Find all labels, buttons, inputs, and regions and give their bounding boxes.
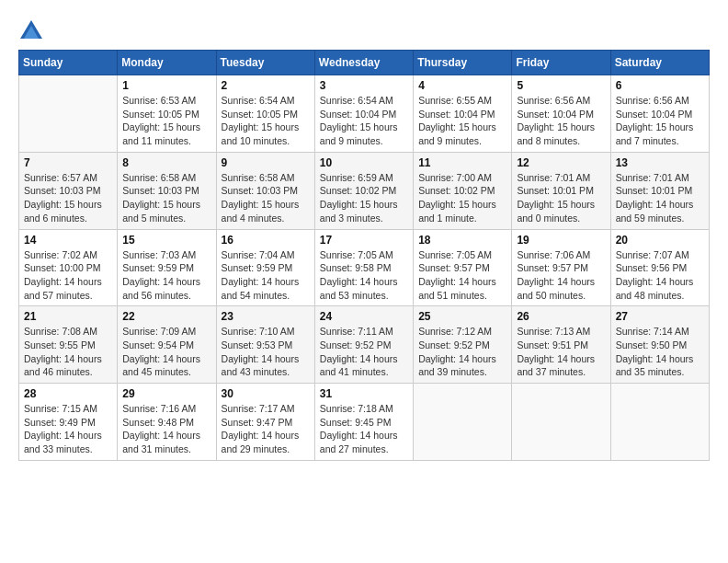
day-number: 14: [24, 234, 112, 247]
day-info: Sunrise: 7:05 AM Sunset: 9:57 PM Dayligh…: [418, 248, 506, 303]
day-info: Sunrise: 7:16 AM Sunset: 9:48 PM Dayligh…: [122, 402, 210, 456]
day-info: Sunrise: 6:55 AM Sunset: 10:04 PM Daylig…: [418, 94, 506, 148]
day-info: Sunrise: 7:07 AM Sunset: 9:56 PM Dayligh…: [616, 248, 704, 303]
day-info: Sunrise: 7:06 AM Sunset: 9:57 PM Dayligh…: [517, 248, 605, 303]
calendar-week-row: 21Sunrise: 7:08 AM Sunset: 9:55 PM Dayli…: [19, 306, 710, 384]
calendar-week-row: 1Sunrise: 6:53 AM Sunset: 10:05 PM Dayli…: [19, 75, 710, 153]
day-info: Sunrise: 6:59 AM Sunset: 10:02 PM Daylig…: [320, 171, 408, 225]
calendar-cell: 4Sunrise: 6:55 AM Sunset: 10:04 PM Dayli…: [414, 75, 512, 153]
day-info: Sunrise: 7:05 AM Sunset: 9:58 PM Dayligh…: [320, 248, 408, 303]
weekday-header: Friday: [512, 51, 610, 75]
day-number: 18: [418, 234, 506, 247]
day-number: 23: [222, 310, 310, 323]
day-info: Sunrise: 7:01 AM Sunset: 10:01 PM Daylig…: [517, 171, 605, 225]
day-info: Sunrise: 6:58 AM Sunset: 10:03 PM Daylig…: [222, 171, 310, 225]
day-info: Sunrise: 7:01 AM Sunset: 10:01 PM Daylig…: [616, 171, 704, 225]
calendar-cell: 22Sunrise: 7:09 AM Sunset: 9:54 PM Dayli…: [118, 306, 216, 384]
weekday-header: Sunday: [19, 51, 118, 75]
day-info: Sunrise: 7:02 AM Sunset: 10:00 PM Daylig…: [24, 248, 112, 303]
calendar-cell: 11Sunrise: 7:00 AM Sunset: 10:02 PM Dayl…: [414, 152, 512, 229]
calendar-cell: 17Sunrise: 7:05 AM Sunset: 9:58 PM Dayli…: [314, 229, 413, 306]
weekday-header: Tuesday: [216, 51, 314, 75]
day-info: Sunrise: 6:54 AM Sunset: 10:05 PM Daylig…: [222, 94, 310, 148]
day-info: Sunrise: 7:00 AM Sunset: 10:02 PM Daylig…: [418, 171, 506, 225]
calendar-cell: 31Sunrise: 7:18 AM Sunset: 9:45 PM Dayli…: [314, 384, 413, 461]
calendar-cell: 13Sunrise: 7:01 AM Sunset: 10:01 PM Dayl…: [610, 152, 709, 229]
calendar-cell: 6Sunrise: 6:56 AM Sunset: 10:04 PM Dayli…: [610, 75, 709, 153]
day-info: Sunrise: 7:03 AM Sunset: 9:59 PM Dayligh…: [122, 248, 210, 303]
weekday-header: Wednesday: [314, 51, 413, 75]
day-number: 21: [24, 310, 112, 323]
day-number: 7: [24, 156, 112, 169]
day-number: 30: [222, 387, 310, 400]
calendar-cell: 9Sunrise: 6:58 AM Sunset: 10:03 PM Dayli…: [216, 152, 314, 229]
logo: [18, 18, 48, 44]
day-info: Sunrise: 7:08 AM Sunset: 9:55 PM Dayligh…: [24, 325, 112, 379]
calendar-week-row: 7Sunrise: 6:57 AM Sunset: 10:03 PM Dayli…: [19, 152, 710, 229]
calendar-cell: 18Sunrise: 7:05 AM Sunset: 9:57 PM Dayli…: [414, 229, 512, 306]
day-info: Sunrise: 6:56 AM Sunset: 10:04 PM Daylig…: [517, 94, 605, 148]
weekday-header: Thursday: [414, 51, 512, 75]
calendar-cell: 12Sunrise: 7:01 AM Sunset: 10:01 PM Dayl…: [512, 152, 610, 229]
calendar-cell: 28Sunrise: 7:15 AM Sunset: 9:49 PM Dayli…: [19, 384, 118, 461]
day-number: 10: [320, 156, 408, 169]
day-number: 17: [320, 234, 408, 247]
day-number: 20: [616, 234, 704, 247]
calendar-cell: 10Sunrise: 6:59 AM Sunset: 10:02 PM Dayl…: [314, 152, 413, 229]
day-info: Sunrise: 7:04 AM Sunset: 9:59 PM Dayligh…: [222, 248, 310, 303]
day-number: 3: [320, 79, 408, 92]
day-number: 25: [418, 310, 506, 323]
day-number: 15: [122, 234, 210, 247]
calendar-cell: 23Sunrise: 7:10 AM Sunset: 9:53 PM Dayli…: [216, 306, 314, 384]
day-number: 13: [616, 156, 704, 169]
day-info: Sunrise: 7:13 AM Sunset: 9:51 PM Dayligh…: [517, 325, 605, 379]
weekday-header: Monday: [118, 51, 216, 75]
logo-icon: [18, 18, 44, 44]
day-info: Sunrise: 7:10 AM Sunset: 9:53 PM Dayligh…: [222, 325, 310, 379]
calendar-cell: [512, 384, 610, 461]
calendar-cell: 2Sunrise: 6:54 AM Sunset: 10:05 PM Dayli…: [216, 75, 314, 153]
day-number: 28: [24, 387, 112, 400]
calendar-cell: 20Sunrise: 7:07 AM Sunset: 9:56 PM Dayli…: [610, 229, 709, 306]
calendar-week-row: 28Sunrise: 7:15 AM Sunset: 9:49 PM Dayli…: [19, 384, 710, 461]
calendar-cell: 5Sunrise: 6:56 AM Sunset: 10:04 PM Dayli…: [512, 75, 610, 153]
day-number: 1: [122, 79, 210, 92]
day-number: 9: [222, 156, 310, 169]
page-header: [18, 18, 710, 44]
day-info: Sunrise: 6:58 AM Sunset: 10:03 PM Daylig…: [122, 171, 210, 225]
calendar-cell: [414, 384, 512, 461]
calendar-week-row: 14Sunrise: 7:02 AM Sunset: 10:00 PM Dayl…: [19, 229, 710, 306]
day-info: Sunrise: 6:53 AM Sunset: 10:05 PM Daylig…: [122, 94, 210, 148]
day-number: 24: [320, 310, 408, 323]
weekday-header-row: SundayMondayTuesdayWednesdayThursdayFrid…: [19, 51, 710, 75]
calendar-cell: 3Sunrise: 6:54 AM Sunset: 10:04 PM Dayli…: [314, 75, 413, 153]
day-number: 11: [418, 156, 506, 169]
calendar-cell: 21Sunrise: 7:08 AM Sunset: 9:55 PM Dayli…: [19, 306, 118, 384]
day-number: 8: [122, 156, 210, 169]
day-info: Sunrise: 7:11 AM Sunset: 9:52 PM Dayligh…: [320, 325, 408, 379]
day-number: 27: [616, 310, 704, 323]
day-info: Sunrise: 7:17 AM Sunset: 9:47 PM Dayligh…: [222, 402, 310, 456]
day-info: Sunrise: 6:56 AM Sunset: 10:04 PM Daylig…: [616, 94, 704, 148]
calendar-cell: [610, 384, 709, 461]
calendar-cell: 15Sunrise: 7:03 AM Sunset: 9:59 PM Dayli…: [118, 229, 216, 306]
day-info: Sunrise: 7:12 AM Sunset: 9:52 PM Dayligh…: [418, 325, 506, 379]
day-info: Sunrise: 6:57 AM Sunset: 10:03 PM Daylig…: [24, 171, 112, 225]
day-number: 5: [517, 79, 605, 92]
calendar-cell: 29Sunrise: 7:16 AM Sunset: 9:48 PM Dayli…: [118, 384, 216, 461]
calendar-cell: 14Sunrise: 7:02 AM Sunset: 10:00 PM Dayl…: [19, 229, 118, 306]
day-info: Sunrise: 7:18 AM Sunset: 9:45 PM Dayligh…: [320, 402, 408, 456]
weekday-header: Saturday: [610, 51, 709, 75]
calendar-cell: 26Sunrise: 7:13 AM Sunset: 9:51 PM Dayli…: [512, 306, 610, 384]
calendar-cell: 8Sunrise: 6:58 AM Sunset: 10:03 PM Dayli…: [118, 152, 216, 229]
calendar-cell: 30Sunrise: 7:17 AM Sunset: 9:47 PM Dayli…: [216, 384, 314, 461]
day-number: 16: [222, 234, 310, 247]
day-number: 22: [122, 310, 210, 323]
day-number: 12: [517, 156, 605, 169]
day-info: Sunrise: 6:54 AM Sunset: 10:04 PM Daylig…: [320, 94, 408, 148]
day-number: 26: [517, 310, 605, 323]
day-info: Sunrise: 7:09 AM Sunset: 9:54 PM Dayligh…: [122, 325, 210, 379]
calendar-cell: 24Sunrise: 7:11 AM Sunset: 9:52 PM Dayli…: [314, 306, 413, 384]
day-number: 4: [418, 79, 506, 92]
day-info: Sunrise: 7:14 AM Sunset: 9:50 PM Dayligh…: [616, 325, 704, 379]
